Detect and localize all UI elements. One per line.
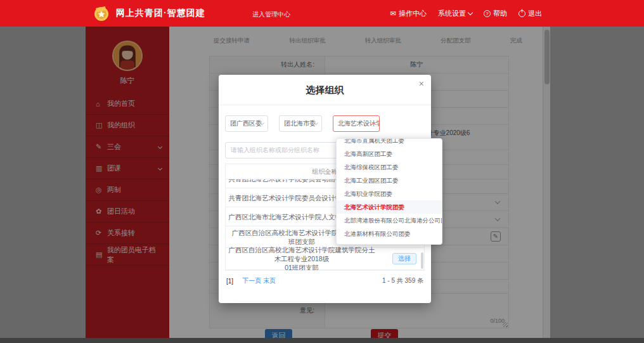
page-next-last-links[interactable]: 下一页 末页 bbox=[242, 276, 276, 285]
org-list-scrollbar-thumb[interactable] bbox=[421, 252, 423, 269]
app-screen: 网上共青团·智慧团建 进入管理中心 ✉ 操作中心 系统设置 ? 帮助 退出 bbox=[0, 0, 644, 343]
enter-admin-link[interactable]: 进入管理中心 bbox=[252, 10, 290, 19]
select-province-committee[interactable]: 团广西区委 bbox=[225, 115, 268, 132]
header-nav: ✉ 操作中心 系统设置 ? 帮助 退出 bbox=[390, 0, 542, 27]
nav-logout[interactable]: 退出 bbox=[518, 9, 542, 18]
nav-help-label: 帮助 bbox=[493, 9, 507, 18]
dropdown-item-1[interactable]: 北海高新区团工委 bbox=[337, 147, 442, 160]
modal-title: 选择组织 bbox=[219, 75, 431, 96]
dropdown-item-2[interactable]: 北海综保税区团工委 bbox=[337, 160, 442, 174]
org-row-name: 广西区自治区高校北海艺术设计学院建筑学院分土木工程专业2018级 01班团支部 bbox=[226, 245, 378, 270]
select-city-committee[interactable]: 团北海市委 bbox=[279, 115, 322, 132]
nav-logout-label: 退出 bbox=[528, 9, 542, 18]
chevron-down-icon bbox=[468, 10, 473, 15]
nav-action-center-label: 操作中心 bbox=[399, 9, 427, 18]
dropdown-item-4[interactable]: 北海职业学院团委 bbox=[337, 187, 442, 200]
app-title: 网上共青团·智慧团建 bbox=[116, 8, 205, 19]
league-emblem-logo bbox=[93, 4, 110, 22]
select-school-committee[interactable]: 北海艺术设计学院团委 bbox=[333, 115, 380, 132]
pagination: [1] 下一页 末页 1 - 5 共 359 条 bbox=[226, 276, 423, 285]
power-icon bbox=[518, 10, 525, 17]
select-province-value: 团广西区委 bbox=[230, 119, 262, 128]
org-level-selects: 团广西区委 团北海市委 北海艺术设计学院团委 bbox=[225, 115, 380, 132]
dropdown-item-5[interactable]: 北海艺术设计学院团委 bbox=[337, 200, 442, 214]
nav-help[interactable]: ? 帮助 bbox=[484, 9, 507, 18]
dropdown-item-3[interactable]: 北海工业园区团工委 bbox=[337, 174, 442, 187]
choose-button[interactable]: 选择 bbox=[392, 253, 416, 264]
close-icon[interactable]: × bbox=[419, 79, 424, 88]
org-dropdown-panel: 北海市直属机关团工委北海高新区团工委北海综保税区团工委北海工业园区团工委北海职业… bbox=[336, 138, 442, 245]
app-header: 网上共青团·智慧团建 进入管理中心 ✉ 操作中心 系统设置 ? 帮助 退出 bbox=[0, 0, 644, 27]
page-current[interactable]: [1] bbox=[226, 278, 233, 285]
modal-divider bbox=[219, 105, 431, 105]
dropdown-item-6[interactable]: 北部湾港股份有限公司北海港分公司团委 bbox=[337, 214, 442, 227]
mail-icon: ✉ bbox=[390, 10, 396, 17]
dropdown-item-0[interactable]: 北海市直属机关团工委 bbox=[337, 138, 442, 147]
question-icon: ? bbox=[484, 10, 491, 17]
nav-action-center[interactable]: ✉ 操作中心 bbox=[390, 9, 427, 18]
select-city-value: 团北海市委 bbox=[284, 119, 316, 128]
nav-system-settings[interactable]: 系统设置 bbox=[438, 9, 472, 18]
nav-system-settings-label: 系统设置 bbox=[438, 9, 466, 18]
org-row-4: 广西区自治区高校北海艺术设计学院建筑学院分土木工程专业2018级 01班团支部选… bbox=[226, 248, 424, 270]
page-range-total: 1 - 5 共 359 条 bbox=[382, 276, 423, 285]
dropdown-item-8[interactable]: 广西北部湾国际港务集团有限公司团委 bbox=[337, 240, 442, 245]
dropdown-item-7[interactable]: 北港新材料有限公司团委 bbox=[337, 227, 442, 240]
